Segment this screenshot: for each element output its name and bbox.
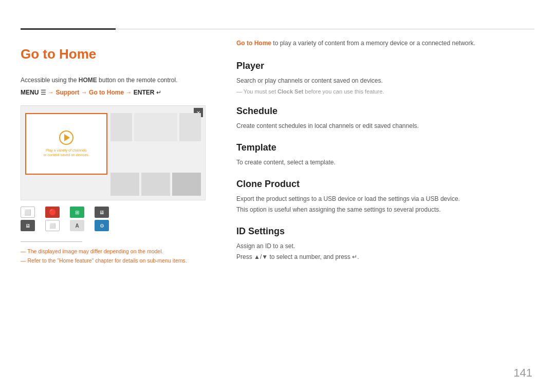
section-schedule-body: Create content schedules in local channe… [236,121,534,131]
icons-row: ⬜ 🔴 ⊞ 🖥 [21,207,221,218]
panel-sm-2 [179,113,201,141]
panel-text: Play a variety of channelsor content sav… [43,148,89,157]
icon-item-1: ⬜ [21,207,35,218]
accessible-text: Accessible using the HOME button on the … [21,77,221,84]
screen-inner: Play a variety of channelsor content sav… [25,113,201,196]
section-clone-title: Clone Product [236,179,534,190]
menu-label: MENU [21,89,39,96]
home-label: HOME [79,77,97,84]
section-clone: Clone Product Export the product setting… [236,179,534,215]
icon-box-3: ⊞ [70,207,84,218]
section-id-title: ID Settings [236,226,534,237]
page-container: Go to Home Accessible using the HOME but… [0,0,555,392]
icon-box-4: 🖥 [95,207,109,218]
top-lines [21,28,534,30]
arrow3: → [125,89,133,96]
icon-box-5: 🖥 [21,220,35,231]
play-triangle [64,134,70,141]
screen-mockup: ✕ Play a variety of channelsor content s… [21,105,206,200]
icon-item-7: A [70,220,84,231]
menu-enter: ENTER [134,89,155,96]
section-player-note: You must set Clock Set before you can us… [236,88,534,95]
accessible-suffix: button on the remote control. [97,77,178,84]
icon-box-2: 🔴 [45,207,60,218]
section-player: Player Search or play channels or conten… [236,61,534,94]
section-player-title: Player [236,61,534,71]
section-template-body: To create content, select a template. [236,157,534,167]
intro-text: to play a variety of content from a memo… [271,40,475,47]
page-number: 141 [513,366,532,380]
footnote-divider [21,241,82,242]
icons-row-2: 🖥 ⬜ A ⚙ [21,220,221,231]
section-schedule: Schedule Create content schedules in loc… [236,106,534,131]
intro-line: Go to Home to play a variety of content … [236,39,534,48]
menu-path: MENU ☰ → Support → Go to Home → ENTER ↵ [21,89,221,96]
section-player-body: Search or play channels or content saved… [236,76,534,86]
menu-support: Support [55,89,79,96]
icon-item-8: ⚙ [95,220,109,231]
icon-box-6: ⬜ [45,220,60,231]
top-line-light [116,29,534,29]
icon-item-6: ⬜ [45,220,60,231]
icon-item-3: ⊞ [70,207,84,218]
intro-link: Go to Home [236,40,271,47]
panel-wide-1 [134,113,177,141]
section-schedule-title: Schedule [236,106,534,117]
section-id-body: Assign an ID to a set.Press ▲/▼ to selec… [236,241,534,262]
icon-box-8: ⚙ [95,220,109,231]
panel-bottom-2 [141,173,170,196]
footnote-2: Refer to the "Home feature" chapter for … [21,257,221,264]
icon-item-4: 🖥 [95,207,109,218]
panel-bottom-1 [110,173,139,196]
icon-box-7: A [70,220,84,231]
section-clone-body: Export the product settings to a USB dev… [236,194,534,215]
menu-goto: Go to Home [89,89,124,96]
icon-item-2: 🔴 [45,207,60,218]
bottom-row [110,173,201,196]
arrow1: → [48,89,55,96]
main-panel: Play a variety of channelsor content sav… [25,113,107,175]
top-row [110,113,201,171]
section-template: Template To create content, select a tem… [236,142,534,167]
section-id-settings: ID Settings Assign an ID to a set.Press … [236,226,534,262]
accessible-prefix: Accessible using the [21,77,79,84]
panel-bottom-3 [172,173,201,196]
icon-item-5: 🖥 [21,220,35,231]
play-icon [59,130,73,145]
panel-sm-1 [110,113,132,141]
page-title: Go to Home [21,46,221,62]
left-column: Go to Home Accessible using the HOME but… [21,39,221,267]
section-template-title: Template [236,142,534,153]
right-column: Go to Home to play a variety of content … [236,39,534,273]
top-line-dark [21,28,116,30]
footnote-1: The displayed image may differ depending… [21,248,221,254]
right-panels [110,113,201,196]
arrow2: → [81,89,89,96]
icon-box-1: ⬜ [21,207,35,218]
